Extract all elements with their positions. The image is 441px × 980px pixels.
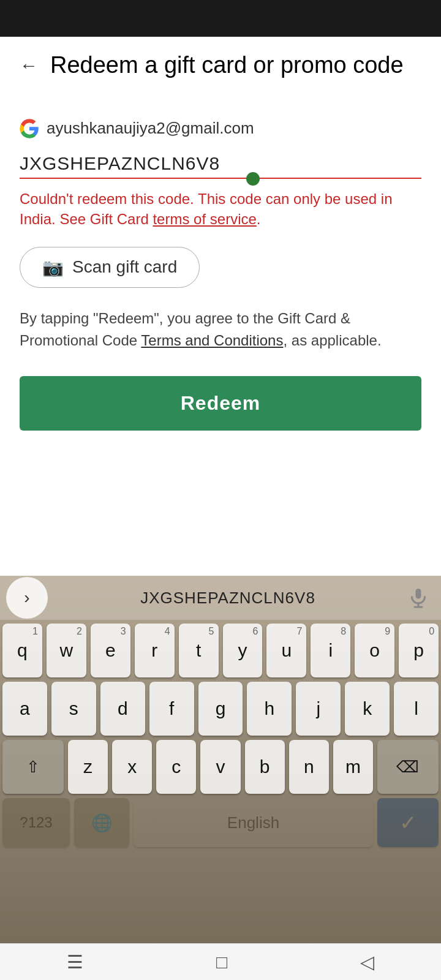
key-d[interactable]: d: [100, 682, 145, 736]
header: ← Redeem a gift card or promo code: [0, 37, 441, 80]
error-suffix: .: [257, 211, 261, 227]
key-q[interactable]: 1q: [2, 624, 42, 677]
key-l[interactable]: l: [394, 682, 439, 736]
key-w[interactable]: 2w: [47, 624, 86, 677]
key-x[interactable]: x: [112, 740, 152, 794]
key-o[interactable]: 9o: [355, 624, 394, 677]
form-area: ayushkanaujiya2@gmail.com Couldn't redee…: [0, 102, 441, 431]
key-r[interactable]: 4r: [135, 624, 175, 677]
key-rows: 1q 2w 3e 4r 5t 6y 7u 8i 9o 0p a s d f g …: [0, 620, 441, 794]
key-b[interactable]: b: [245, 740, 285, 794]
backspace-key[interactable]: ⌫: [377, 740, 439, 794]
code-input[interactable]: [20, 149, 421, 179]
expand-predictions-button[interactable]: ›: [6, 577, 48, 619]
key-p[interactable]: 0p: [399, 624, 439, 677]
key-f[interactable]: f: [149, 682, 194, 736]
key-m[interactable]: m: [333, 740, 373, 794]
back-button[interactable]: ←: [20, 55, 38, 76]
key-z[interactable]: z: [68, 740, 108, 794]
key-v[interactable]: v: [200, 740, 240, 794]
prediction-bar: › JXGSHEPAZNCLN6V8: [0, 576, 441, 620]
svg-rect-0: [416, 589, 421, 599]
status-bar: [0, 0, 441, 37]
scan-gift-card-button[interactable]: 📷 Scan gift card: [20, 247, 200, 288]
key-n[interactable]: n: [289, 740, 329, 794]
page-form-area: ← Redeem a gift card or promo code ayush…: [0, 37, 441, 545]
microphone-button[interactable]: [402, 581, 435, 614]
terms-suffix: , as applicable.: [283, 332, 381, 349]
key-s[interactable]: s: [51, 682, 96, 736]
key-h[interactable]: h: [247, 682, 292, 736]
redeem-button[interactable]: Redeem: [20, 376, 421, 431]
menu-nav-icon[interactable]: ☰: [67, 951, 83, 973]
error-message: Couldn't redeem this code. This code can…: [20, 189, 421, 230]
prediction-text[interactable]: JXGSHEPAZNCLN6V8: [54, 589, 402, 608]
terms-conditions-link[interactable]: Terms and Conditions: [141, 332, 283, 349]
terms-of-service-link[interactable]: terms of service: [153, 211, 256, 227]
key-u[interactable]: 7u: [266, 624, 306, 677]
key-c[interactable]: c: [156, 740, 196, 794]
account-row: ayushkanaujiya2@gmail.com: [20, 119, 421, 138]
key-row-1: 1q 2w 3e 4r 5t 6y 7u 8i 9o 0p: [2, 624, 439, 677]
terms-text: By tapping "Redeem", you agree to the Gi…: [20, 307, 421, 352]
key-t[interactable]: 5t: [179, 624, 219, 677]
account-email: ayushkanaujiya2@gmail.com: [47, 119, 254, 138]
key-row-3: ⇧ z x c v b n m ⌫: [2, 740, 439, 794]
redeem-button-container: Redeem: [20, 376, 421, 431]
key-row-2: a s d f g h j k l: [2, 682, 439, 736]
camera-icon: 📷: [42, 257, 64, 277]
key-e[interactable]: 3e: [91, 624, 130, 677]
key-y[interactable]: 6y: [223, 624, 263, 677]
code-input-container: [20, 149, 421, 179]
google-icon: [20, 119, 39, 138]
back-nav-icon[interactable]: ◁: [360, 951, 374, 973]
key-i[interactable]: 8i: [311, 624, 350, 677]
page-title: Redeem a gift card or promo code: [50, 51, 404, 80]
cursor-indicator: [246, 172, 260, 186]
key-g[interactable]: g: [198, 682, 243, 736]
key-a[interactable]: a: [2, 682, 47, 736]
key-j[interactable]: j: [296, 682, 341, 736]
scan-button-label: Scan gift card: [72, 257, 177, 277]
shift-key[interactable]: ⇧: [2, 740, 64, 794]
home-nav-icon[interactable]: □: [216, 952, 227, 973]
key-k[interactable]: k: [345, 682, 390, 736]
navigation-bar: ☰ □ ◁: [0, 943, 441, 980]
keyboard-area: › JXGSHEPAZNCLN6V8 1q 2w 3e 4r 5t 6y 7u …: [0, 576, 441, 980]
